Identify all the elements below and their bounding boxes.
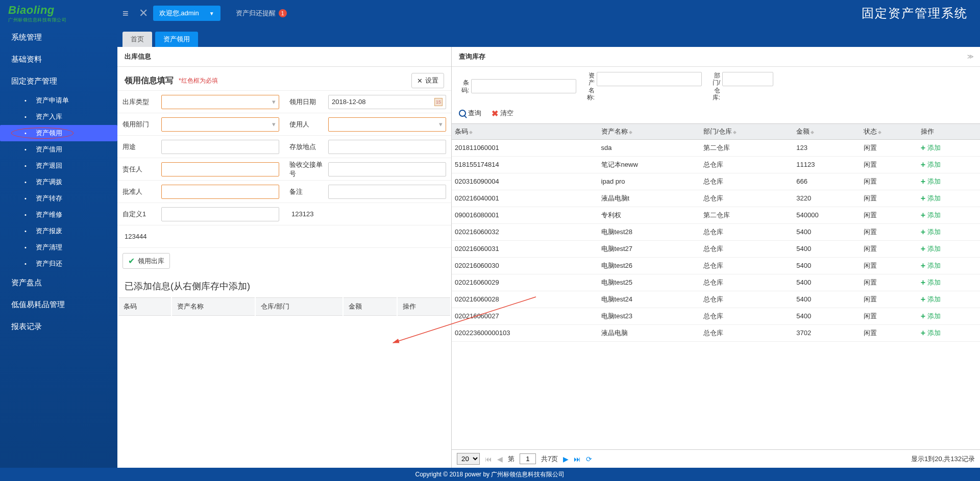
footer-text: Copyright © 2018 power by 广州标领信息科技有限公司 <box>415 470 565 479</box>
add-button[interactable]: +添加 <box>921 312 977 321</box>
plus-icon: + <box>921 295 925 304</box>
sidebar-item[interactable]: 资产借用 <box>0 141 117 158</box>
left-panel: 出库信息 领用信息填写 *红色框为必填 ✕ 设置 出库类型 领用日期2018-1… <box>117 47 452 468</box>
add-button[interactable]: +添加 <box>921 160 977 169</box>
sidebar-item[interactable]: 资产领用 <box>0 125 117 141</box>
remind-badge: 1 <box>279 9 287 17</box>
table-row: 020216060027电脑test23总仓库5400闲置+添加 <box>452 308 980 324</box>
sidebar-item[interactable]: 资产入库 <box>0 109 117 125</box>
sidebar-item[interactable]: 资产归还 <box>0 256 117 272</box>
page-size-select[interactable]: 20 <box>457 453 480 465</box>
receive-dept-select[interactable] <box>161 117 279 132</box>
add-button[interactable]: +添加 <box>921 244 977 254</box>
table-row: 201811060001sda第二仓库123闲置+添加 <box>452 139 980 156</box>
stock-col[interactable]: 条码◆ <box>452 123 598 139</box>
accept-no-input[interactable] <box>328 162 446 176</box>
table-row: 020216060030电脑test26总仓库5400闲置+添加 <box>452 257 980 274</box>
stock-col[interactable]: 金额◆ <box>793 123 861 139</box>
add-button[interactable]: +添加 <box>921 227 977 237</box>
refresh-icon[interactable]: ⟳ <box>586 455 592 463</box>
page-label-post: 共7页 <box>541 454 558 464</box>
first-page-icon[interactable]: ⏮ <box>485 455 492 463</box>
stock-col[interactable]: 资产名称◆ <box>598 123 700 139</box>
approver-input[interactable] <box>161 185 279 199</box>
table-row: 020216040001液晶电脑t总仓库3220闲置+添加 <box>452 190 980 207</box>
tab[interactable]: 资产领用 <box>155 32 198 47</box>
sidebar-item[interactable]: 资产申请单 <box>0 92 117 109</box>
plus-icon: + <box>921 244 925 254</box>
barcode-input[interactable] <box>471 79 576 93</box>
receive-date-input[interactable]: 2018-12-0815 <box>328 95 446 109</box>
hamburger-icon[interactable]: ≡ <box>122 8 129 19</box>
add-button[interactable]: +添加 <box>921 211 977 220</box>
stock-col[interactable]: 状态◆ <box>861 123 918 139</box>
return-reminder[interactable]: 资产归还提醒 1 <box>236 9 287 18</box>
custom1-input[interactable] <box>161 207 279 221</box>
sidebar-group[interactable]: 系统管理 <box>0 27 117 48</box>
page-input[interactable] <box>520 453 536 464</box>
settings-button[interactable]: ✕ 设置 <box>411 73 444 88</box>
sidebar-group[interactable]: 低值易耗品管理 <box>0 294 117 316</box>
label-remark: 备注 <box>289 187 328 196</box>
add-button[interactable]: +添加 <box>921 194 977 203</box>
sidebar-item[interactable]: 资产转存 <box>0 190 117 207</box>
plus-icon: + <box>921 194 925 203</box>
sidebar-group[interactable]: 基础资料 <box>0 48 117 70</box>
query-button[interactable]: 查询 <box>459 109 481 118</box>
table-row: 518155174814笔记本neww总仓库11123闲置+添加 <box>452 156 980 173</box>
sidebar-item[interactable]: 资产维修 <box>0 207 117 223</box>
user-select[interactable] <box>328 117 446 132</box>
stock-col[interactable]: 操作 <box>918 123 980 139</box>
collapse-icon[interactable]: ≫ <box>967 53 973 60</box>
asset-name-input[interactable] <box>597 72 702 86</box>
purpose-input[interactable] <box>161 140 279 154</box>
tab[interactable]: 首页 <box>122 32 152 47</box>
sidebar: 系统管理基础资料固定资产管理资产申请单资产入库资产领用资产借用资产退回资产调拨资… <box>0 27 117 468</box>
label-responsible: 责任人 <box>122 165 161 174</box>
clear-button[interactable]: ✖清空 <box>492 109 513 118</box>
label-custom1: 自定义1 <box>122 210 161 219</box>
add-button[interactable]: +添加 <box>921 261 977 270</box>
responsible-input[interactable] <box>161 162 279 176</box>
sidebar-item[interactable]: 资产退回 <box>0 158 117 174</box>
welcome-label: 欢迎您,admin <box>159 9 199 18</box>
form-title: 领用信息填写 <box>125 75 174 86</box>
last-page-icon[interactable]: ⏭ <box>574 455 581 463</box>
remark-input[interactable] <box>328 185 446 199</box>
submit-button[interactable]: ✔ 领用出库 <box>122 253 170 269</box>
sidebar-item[interactable]: 资产报废 <box>0 223 117 239</box>
welcome-dropdown[interactable]: 欢迎您,admin ▼ <box>153 6 220 21</box>
close-icon[interactable]: ✕ <box>136 6 151 21</box>
stock-col[interactable]: 部门/仓库◆ <box>700 123 793 139</box>
prev-page-icon[interactable]: ◀ <box>497 455 503 463</box>
fixed-value-2: 123444 <box>122 233 146 240</box>
add-button[interactable]: +添加 <box>921 143 977 153</box>
sidebar-group[interactable]: 资产盘点 <box>0 272 117 294</box>
add-button[interactable]: +添加 <box>921 295 977 304</box>
content-area: 首页资产领用 出库信息 领用信息填写 *红色框为必填 ✕ 设置 出库类型 领用日 <box>117 27 980 468</box>
dept-wh-input[interactable] <box>722 72 773 86</box>
table-row: 020216060032电脑test28总仓库5400闲置+添加 <box>452 223 980 240</box>
left-panel-header: 出库信息 <box>117 47 451 67</box>
submit-label: 领用出库 <box>138 257 164 266</box>
sidebar-item[interactable]: 资产调拨 <box>0 174 117 190</box>
plus-icon: + <box>921 211 925 220</box>
label-approver: 批准人 <box>122 187 161 196</box>
add-button[interactable]: +添加 <box>921 328 977 338</box>
plus-icon: + <box>921 328 925 338</box>
logo-bottom: 广州标领信息科技有限公司 <box>8 17 66 23</box>
added-col: 仓库/部门 <box>256 297 342 316</box>
add-button[interactable]: +添加 <box>921 177 977 186</box>
out-type-select[interactable] <box>161 95 279 109</box>
logo: Biaoling 广州标领信息科技有限公司 <box>8 4 115 23</box>
right-panel-header: 查询库存 ≫ <box>452 47 980 67</box>
fixed-value-1: 123123 <box>289 210 313 218</box>
sidebar-group[interactable]: 固定资产管理 <box>0 70 117 92</box>
pager-info: 显示1到20,共132记录 <box>911 454 975 464</box>
sidebar-group[interactable]: 报表记录 <box>0 316 117 338</box>
plus-icon: + <box>921 143 925 153</box>
next-page-icon[interactable]: ▶ <box>563 455 569 463</box>
storage-input[interactable] <box>328 140 446 154</box>
add-button[interactable]: +添加 <box>921 278 977 287</box>
sidebar-item[interactable]: 资产清理 <box>0 239 117 256</box>
